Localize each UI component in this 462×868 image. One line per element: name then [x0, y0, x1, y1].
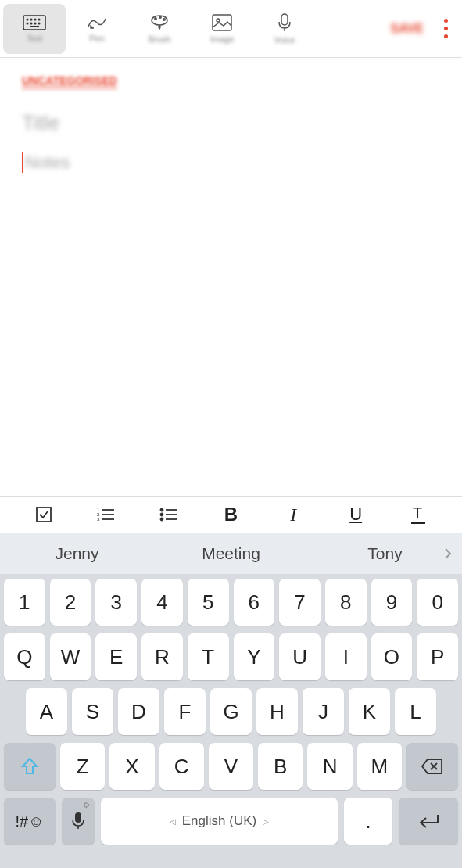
svg-text:3: 3 [97, 517, 100, 522]
key-1[interactable]: 1 [4, 579, 45, 626]
key-f[interactable]: F [164, 688, 206, 735]
key-x[interactable]: X [109, 743, 154, 790]
key-backspace[interactable] [406, 743, 458, 790]
key-s[interactable]: S [72, 688, 113, 735]
key-space[interactable]: ◁ English (UK) ▷ [101, 798, 338, 845]
key-b[interactable]: B [258, 743, 303, 790]
svg-rect-16 [281, 14, 288, 25]
tool-label: Brush [149, 34, 171, 44]
key-v[interactable]: V [209, 743, 253, 790]
gear-tiny-icon: ⚙ [83, 801, 90, 809]
bullet-list-icon [159, 507, 178, 522]
tool-voice[interactable]: Voice [253, 4, 316, 54]
toolbar: Text Pen Brush Image Voice SAVE [0, 0, 462, 58]
key-symbols[interactable]: !#☺ [4, 798, 56, 845]
key-enter[interactable] [399, 798, 458, 845]
key-mic[interactable]: ⚙ [62, 798, 95, 845]
content-area: UNCATEGORISED Title Notes [0, 58, 462, 188]
svg-point-15 [217, 19, 220, 22]
key-row-numbers: 1 2 3 4 5 6 7 8 9 0 [4, 579, 458, 626]
numbered-list-button[interactable]: 123 [83, 497, 130, 533]
key-n[interactable]: N [307, 743, 352, 790]
key-3[interactable]: 3 [95, 579, 137, 626]
keyboard-icon [23, 15, 46, 30]
key-row-2: A S D F G H J K L [4, 688, 458, 735]
svg-point-13 [163, 18, 165, 20]
tool-text[interactable]: Text [3, 4, 66, 54]
save-button[interactable]: SAVE [381, 22, 433, 36]
format-toolbar: 123 B I U T [0, 496, 462, 533]
key-0[interactable]: 0 [417, 579, 458, 626]
text-color-button[interactable]: T [395, 497, 442, 533]
key-m[interactable]: M [357, 743, 402, 790]
svg-point-29 [160, 518, 163, 521]
key-k[interactable]: K [349, 688, 390, 735]
key-z[interactable]: Z [60, 743, 105, 790]
category-link[interactable]: UNCATEGORISED [22, 74, 117, 89]
notes-input[interactable]: Notes [22, 152, 440, 173]
underline-button[interactable]: U [332, 497, 379, 533]
key-2[interactable]: 2 [50, 579, 91, 626]
key-r[interactable]: R [141, 633, 183, 680]
tool-image[interactable]: Image [191, 4, 253, 54]
svg-point-1 [27, 19, 28, 20]
key-row-bottom: !#☺ ⚙ ◁ English (UK) ▷ . [4, 798, 458, 845]
key-shift[interactable] [4, 743, 56, 790]
key-5[interactable]: 5 [188, 579, 229, 626]
key-o[interactable]: O [371, 633, 413, 680]
key-w[interactable]: W [50, 633, 91, 680]
tool-pen[interactable]: Pen [66, 4, 128, 54]
backspace-icon [421, 758, 444, 775]
key-6[interactable]: 6 [234, 579, 275, 626]
suggestion-word[interactable]: Meeting [154, 544, 308, 563]
svg-point-6 [30, 23, 32, 24]
tool-label: Text [27, 34, 42, 43]
svg-point-7 [34, 23, 36, 24]
svg-point-11 [155, 17, 156, 19]
key-t[interactable]: T [188, 633, 229, 680]
svg-point-8 [38, 23, 40, 24]
tool-label: Pen [89, 34, 105, 43]
key-i[interactable]: I [325, 633, 367, 680]
text-color-icon: T [410, 504, 427, 525]
key-h[interactable]: H [256, 688, 298, 735]
svg-point-12 [159, 16, 161, 17]
shift-icon [20, 756, 40, 777]
mic-icon [278, 13, 292, 32]
key-j[interactable]: J [303, 688, 344, 735]
svg-point-25 [160, 509, 163, 511]
key-e[interactable]: E [95, 633, 137, 680]
key-c[interactable]: C [159, 743, 204, 790]
key-p[interactable]: P [417, 633, 458, 680]
mic-icon [72, 812, 84, 830]
key-a[interactable]: A [26, 688, 67, 735]
key-l[interactable]: L [395, 688, 436, 735]
chevron-right-icon[interactable] [443, 547, 453, 561]
key-9[interactable]: 9 [371, 579, 413, 626]
svg-rect-35 [75, 812, 81, 823]
more-menu-icon[interactable] [433, 19, 459, 38]
key-q[interactable]: Q [4, 633, 45, 680]
pen-icon [86, 15, 108, 30]
key-period[interactable]: . [344, 798, 392, 845]
tool-label: Image [210, 34, 235, 44]
bold-button[interactable]: B [207, 497, 254, 533]
title-input[interactable]: Title [22, 111, 440, 135]
svg-point-4 [38, 19, 40, 20]
key-4[interactable]: 4 [141, 579, 183, 626]
key-7[interactable]: 7 [279, 579, 321, 626]
suggestion-word[interactable]: Tony [308, 544, 462, 563]
suggestion-word[interactable]: Jenny [0, 544, 154, 563]
checkbox-icon [35, 506, 52, 523]
key-g[interactable]: G [210, 688, 252, 735]
key-8[interactable]: 8 [325, 579, 367, 626]
italic-button[interactable]: I [270, 497, 317, 533]
suggestion-bar: Jenny Meeting Tony [0, 533, 462, 574]
numbered-list-icon: 123 [97, 507, 116, 522]
key-y[interactable]: Y [234, 633, 275, 680]
tool-brush[interactable]: Brush [128, 4, 191, 54]
key-u[interactable]: U [279, 633, 321, 680]
key-d[interactable]: D [118, 688, 159, 735]
bullet-list-button[interactable] [145, 497, 192, 533]
checkbox-format-button[interactable] [20, 497, 67, 533]
